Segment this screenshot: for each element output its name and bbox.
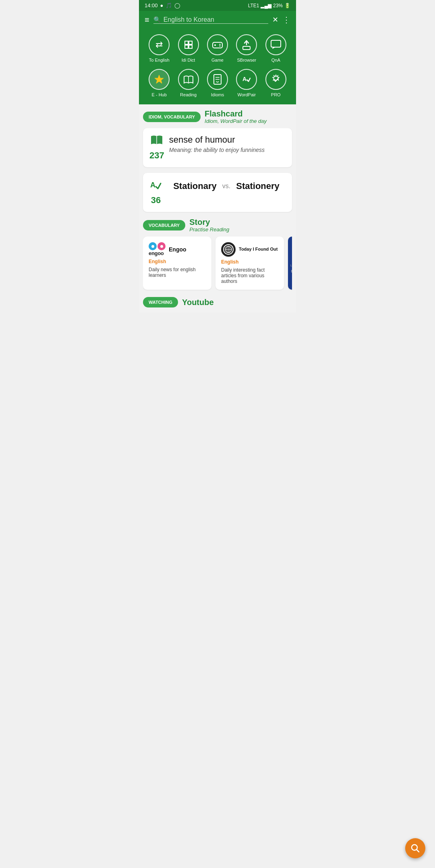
idiom-count: 237 bbox=[149, 150, 164, 161]
svg-point-7 bbox=[219, 44, 220, 45]
nav-game[interactable]: Game bbox=[203, 31, 232, 66]
wordpair-icon: A bbox=[236, 69, 257, 90]
story-card-elllo[interactable]: e l l l o Learn English Natu... Eng Less… bbox=[288, 237, 292, 290]
elllo-desc: Eng Lesson L... bbox=[291, 269, 292, 273]
story-card-engoo[interactable]: engoo Engoo English Daily news for engli… bbox=[143, 237, 211, 290]
svg-marker-11 bbox=[155, 75, 164, 83]
wordpair-flashcard[interactable]: A 36 Stationary vs. Stationery bbox=[143, 173, 292, 212]
sbrowser-label: SBrowser bbox=[237, 58, 257, 62]
idioms-label: Idioms bbox=[211, 92, 224, 97]
flashcard-title: Flashcard bbox=[205, 109, 267, 118]
idi-dict-label: Idi Dict bbox=[182, 58, 195, 62]
nav-idioms[interactable]: Idioms bbox=[203, 66, 232, 100]
svg-rect-10 bbox=[271, 40, 281, 47]
watching-title: Youtube bbox=[182, 298, 214, 307]
story-cards-row: engoo Engoo English Daily news for engli… bbox=[143, 237, 292, 291]
watching-row: WATCHING Youtube bbox=[143, 297, 292, 307]
engoo-language: English bbox=[149, 259, 206, 264]
e-hub-label: E - Hub bbox=[152, 92, 167, 97]
search-input-container[interactable]: 🔍 English to Korean bbox=[153, 16, 268, 24]
idiom-card-left: 237 bbox=[149, 135, 164, 161]
hamburger-menu[interactable]: ≡ bbox=[145, 15, 149, 25]
flashcard-title-block: Flashcard Idiom, WordPair of the day bbox=[205, 109, 267, 124]
status-icon-3: ◯ bbox=[174, 2, 180, 8]
story-card-tifo[interactable]: Today I Found Out English Daily interest… bbox=[215, 237, 284, 290]
svg-rect-3 bbox=[189, 45, 192, 48]
idiom-flashcard[interactable]: 237 sense of humour Meaning: the ability… bbox=[143, 128, 292, 167]
engoo-description: Daily news for english learners bbox=[149, 267, 206, 278]
header-actions: ✕ ⋮ bbox=[272, 15, 290, 25]
reading-label: Reading bbox=[180, 92, 197, 97]
tifo-language: English bbox=[221, 259, 278, 265]
story-title-block: Story Practise Reading bbox=[189, 218, 229, 233]
elllo-subtitle: Learn English Natu... bbox=[290, 264, 292, 267]
nav-qna[interactable]: QnA bbox=[261, 31, 290, 66]
idiom-meaning: Meaning: the ability to enjoy funniness bbox=[169, 147, 286, 153]
sbrowser-icon bbox=[236, 34, 257, 55]
nav-e-hub[interactable]: E - Hub bbox=[145, 66, 174, 100]
engoo-logo-row: engoo Engoo bbox=[149, 242, 206, 256]
game-label: Game bbox=[211, 58, 224, 62]
network-label: LTE1 bbox=[248, 3, 259, 8]
battery-icon: 🔋 bbox=[284, 3, 290, 8]
idioms-icon bbox=[207, 69, 228, 90]
idiom-flashcard-content: 237 sense of humour Meaning: the ability… bbox=[149, 135, 286, 161]
svg-rect-0 bbox=[185, 41, 188, 44]
svg-text:A: A bbox=[242, 76, 246, 82]
engoo-eye-blue bbox=[149, 242, 157, 250]
wordpair-word2: Stationery bbox=[236, 181, 280, 191]
search-placeholder: English to Korean bbox=[164, 16, 214, 23]
watching-section: WATCHING Youtube bbox=[143, 297, 292, 307]
status-icon-1: ● bbox=[160, 2, 164, 8]
search-icon: 🔍 bbox=[153, 16, 161, 23]
watching-badge[interactable]: WATCHING bbox=[143, 297, 178, 307]
nav-idi-dict[interactable]: Idi Dict bbox=[174, 31, 203, 66]
tifo-source-name: Today I Found Out bbox=[239, 247, 278, 252]
more-button[interactable]: ⋮ bbox=[282, 15, 290, 25]
svg-rect-9 bbox=[243, 46, 250, 50]
status-left: 14:00 ● 🎵 ◯ bbox=[145, 2, 180, 8]
header: ≡ 🔍 English to Korean ✕ ⋮ ⇄ To English bbox=[139, 11, 296, 104]
wordpair-word1: Stationary bbox=[173, 181, 217, 191]
pro-label: PRO bbox=[271, 92, 281, 97]
close-button[interactable]: ✕ bbox=[272, 15, 278, 24]
nav-wordpair[interactable]: A WordPair bbox=[232, 66, 261, 100]
engoo-eye-pink-dot bbox=[160, 245, 163, 248]
svg-rect-1 bbox=[189, 41, 192, 44]
flashcard-badge[interactable]: IDIOM, VOCABULARY bbox=[143, 112, 201, 122]
qna-icon bbox=[265, 34, 286, 55]
idiom-card-icon bbox=[150, 135, 163, 149]
reading-icon bbox=[178, 69, 199, 90]
svg-rect-4 bbox=[213, 42, 222, 48]
status-time: 14:00 bbox=[145, 2, 158, 8]
status-right: LTE1 ▂▄▆ 23% 🔋 bbox=[248, 3, 290, 8]
story-title: Story bbox=[189, 218, 229, 226]
tifo-logo-img bbox=[221, 242, 236, 257]
qna-label: QnA bbox=[271, 58, 280, 62]
wordpair-label: WordPair bbox=[238, 92, 256, 97]
engoo-eye-pink bbox=[157, 242, 166, 250]
game-icon bbox=[207, 34, 228, 55]
status-icon-2: 🎵 bbox=[166, 2, 172, 8]
wordpair-card-left: A 36 bbox=[149, 179, 162, 206]
story-badge[interactable]: VOCABULARY bbox=[143, 220, 185, 230]
search-row: ≡ 🔍 English to Korean ✕ ⋮ bbox=[145, 15, 290, 25]
flashcard-subtitle: Idiom, WordPair of the day bbox=[205, 118, 267, 124]
svg-point-8 bbox=[219, 46, 220, 47]
idiom-card-right: sense of humour Meaning: the ability to … bbox=[169, 135, 286, 153]
status-bar: 14:00 ● 🎵 ◯ LTE1 ▂▄▆ 23% 🔋 bbox=[139, 0, 296, 11]
tifo-inner-circle bbox=[223, 244, 234, 255]
tifo-logo-row: Today I Found Out bbox=[221, 242, 278, 257]
idiom-word: sense of humour bbox=[169, 135, 286, 145]
nav-to-english[interactable]: ⇄ To English bbox=[145, 31, 174, 66]
engoo-eye-blue-dot bbox=[151, 245, 154, 248]
engoo-eyes bbox=[149, 242, 166, 250]
nav-reading[interactable]: Reading bbox=[174, 66, 203, 100]
nav-pro[interactable]: PRO bbox=[261, 66, 290, 100]
engoo-source-name: Engoo bbox=[169, 246, 186, 253]
nav-sbrowser[interactable]: SBrowser bbox=[232, 31, 261, 66]
wordpair-words: Stationary vs. Stationery bbox=[167, 179, 286, 191]
engoo-text: engoo bbox=[149, 250, 166, 256]
pro-icon bbox=[265, 69, 286, 90]
svg-rect-2 bbox=[185, 45, 188, 48]
